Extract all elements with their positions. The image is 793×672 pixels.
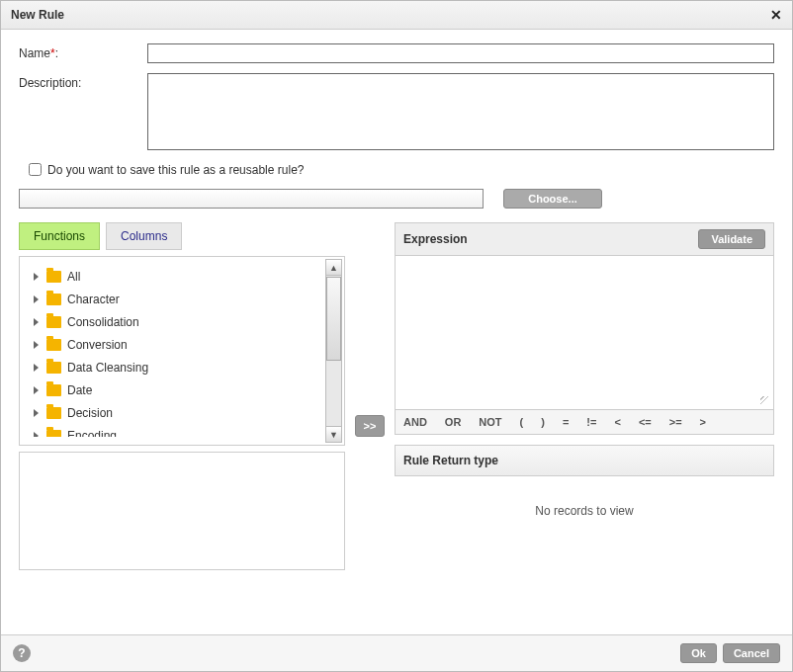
operator-button[interactable]: <: [614, 416, 620, 428]
reusable-row: Do you want to save this rule as a reusa…: [25, 160, 774, 179]
scroll-thumb[interactable]: [326, 277, 341, 361]
folder-icon: [46, 339, 61, 351]
tree-item[interactable]: Conversion: [26, 333, 320, 356]
folder-icon: [46, 271, 61, 283]
chevron-right-icon[interactable]: [34, 318, 39, 326]
resize-grip-icon[interactable]: [760, 396, 770, 406]
expression-label: Expression: [403, 232, 468, 246]
operator-toolbar: ANDORNOT()=!=<<=>=>: [395, 410, 774, 435]
chevron-right-icon[interactable]: [34, 364, 39, 372]
dialog-titlebar: New Rule ✕: [1, 1, 792, 30]
tree-item[interactable]: Date: [26, 378, 320, 401]
chevron-right-icon[interactable]: [34, 409, 39, 417]
operator-button[interactable]: >=: [669, 416, 682, 428]
no-records-message: No records to view: [395, 476, 774, 546]
tree-item[interactable]: Encoding: [26, 424, 320, 437]
function-tree: AllCharacterConsolidationConversionData …: [19, 256, 345, 446]
ok-button[interactable]: Ok: [680, 643, 717, 663]
operator-button[interactable]: NOT: [479, 416, 501, 428]
folder-icon: [46, 362, 61, 374]
cancel-button[interactable]: Cancel: [723, 643, 780, 663]
chevron-right-icon[interactable]: [34, 341, 39, 349]
reusable-label: Do you want to save this rule as a reusa…: [47, 163, 304, 177]
tree-item[interactable]: Decision: [26, 401, 320, 424]
tree-item-label: Decision: [67, 406, 113, 420]
choose-button[interactable]: Choose...: [503, 189, 602, 209]
name-label: Name*:: [19, 43, 147, 60]
tree-item[interactable]: Character: [26, 288, 320, 310]
operator-button[interactable]: >: [700, 416, 706, 428]
help-icon[interactable]: ?: [13, 644, 31, 662]
tree-item[interactable]: Consolidation: [26, 310, 320, 333]
folder-icon: [46, 316, 61, 328]
chevron-right-icon[interactable]: [34, 295, 39, 303]
operator-button[interactable]: (: [520, 416, 524, 428]
tree-item-label: Encoding: [67, 429, 117, 438]
chevron-right-icon[interactable]: [34, 273, 39, 281]
add-to-expression-button[interactable]: >>: [355, 415, 385, 437]
operator-button[interactable]: ): [541, 416, 545, 428]
operator-button[interactable]: <=: [639, 416, 652, 428]
operator-button[interactable]: OR: [445, 416, 462, 428]
rule-return-type-header: Rule Return type: [395, 445, 774, 476]
description-label: Description:: [19, 73, 147, 90]
preview-box: [19, 452, 345, 570]
validate-button[interactable]: Validate: [698, 229, 765, 249]
description-input[interactable]: [147, 73, 774, 150]
description-row: Description:: [19, 73, 774, 150]
chooser-input[interactable]: [19, 189, 484, 209]
scroll-up-button[interactable]: ▲: [326, 260, 341, 276]
operator-button[interactable]: =: [563, 416, 569, 428]
chevron-right-icon[interactable]: [34, 432, 39, 438]
tabs: Functions Columns: [19, 222, 345, 250]
tab-columns[interactable]: Columns: [106, 222, 182, 250]
tree-item-label: Consolidation: [67, 315, 139, 329]
left-column: Functions Columns AllCharacterConsolidat…: [19, 222, 345, 570]
dialog-footer: ? Ok Cancel: [1, 634, 792, 671]
new-rule-dialog: New Rule ✕ Name*: Description: Do you wa…: [0, 0, 793, 672]
tab-functions[interactable]: Functions: [19, 222, 100, 250]
operator-button[interactable]: !=: [586, 416, 596, 428]
main-area: Functions Columns AllCharacterConsolidat…: [19, 222, 774, 570]
right-column: Expression Validate ANDORNOT()=!=<<=>=> …: [395, 222, 774, 570]
expression-editor[interactable]: [395, 256, 774, 410]
folder-icon: [46, 430, 61, 438]
tree-item-label: Conversion: [67, 338, 128, 352]
folder-icon: [46, 294, 61, 305]
chooser-row: Choose...: [19, 189, 774, 209]
name-label-suffix: :: [55, 46, 58, 60]
name-input[interactable]: [147, 43, 774, 63]
expression-header: Expression Validate: [395, 222, 774, 256]
tree-item-label: Character: [67, 293, 120, 306]
tree-item-label: Date: [67, 383, 92, 397]
chevron-right-icon[interactable]: [34, 386, 39, 394]
footer-buttons: Ok Cancel: [680, 643, 780, 663]
tree-item-label: Data Cleansing: [67, 361, 148, 375]
tree-list: AllCharacterConsolidationConversionData …: [26, 265, 320, 437]
scroll-down-button[interactable]: ▼: [326, 426, 341, 442]
operator-button[interactable]: AND: [403, 416, 427, 428]
tree-scrollbar[interactable]: ▲ ▼: [325, 259, 342, 443]
tree-item[interactable]: All: [26, 265, 320, 288]
tree-item-label: All: [67, 270, 80, 284]
reusable-checkbox[interactable]: [29, 163, 42, 176]
folder-icon: [46, 407, 61, 419]
close-icon[interactable]: ✕: [770, 7, 782, 23]
dialog-content: Name*: Description: Do you want to save …: [1, 30, 792, 634]
folder-icon: [46, 384, 61, 396]
name-row: Name*:: [19, 43, 774, 63]
tree-item[interactable]: Data Cleansing: [26, 356, 320, 378]
dialog-title: New Rule: [11, 8, 64, 22]
name-label-text: Name: [19, 46, 50, 60]
middle-column: >>: [345, 222, 395, 570]
